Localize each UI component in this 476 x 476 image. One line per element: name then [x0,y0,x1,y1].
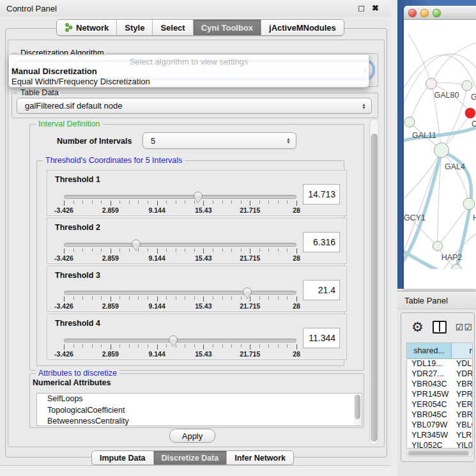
node-gal4[interactable] [434,143,449,158]
settings-scrollbar-thumb[interactable] [371,134,378,441]
node-gal11[interactable] [404,117,415,127]
cell[interactable]: YPR145W [407,390,452,400]
table-row[interactable]: YBR043CYBR0... [407,380,473,390]
cell[interactable]: YDR2... [452,369,473,380]
zoom-button-icon[interactable] [433,9,441,17]
table-data-combo[interactable]: galFiltered.sif default node ▲▼ [17,98,372,114]
node-hap2[interactable] [433,242,443,251]
threshold-1-slider[interactable] [64,195,296,199]
cell[interactable]: YBR0... [452,410,473,420]
settings-scrollbar[interactable] [369,119,379,445]
cell[interactable]: YLR345W [407,431,452,441]
tab-network[interactable]: Network [57,20,117,35]
tab-cyni-toolbox[interactable]: Cyni Toolbox [194,20,261,35]
close-panel-icon[interactable]: ✖ [372,3,379,13]
algorithm-dropdown-popup: Select algorithm to view settings Manual… [8,54,369,88]
threshold-3-slider[interactable] [64,291,296,295]
cell[interactable]: YIL052C [407,441,452,449]
close-button-icon[interactable] [408,9,417,17]
numerical-attributes-list[interactable]: SelfLoops TopologicalCoefficient Between… [36,393,362,426]
major-tick [296,249,297,254]
node-table[interactable]: shared... na YDL19...YDL1... YDR27...YDR… [406,342,473,449]
major-tick [111,201,111,206]
list-item[interactable]: TopologicalCoefficient [37,405,362,417]
tab-style[interactable]: Style [117,20,153,35]
dropdown-option-manual[interactable]: Manual Discretization [12,66,364,76]
table-horizontal-scrollbar[interactable] [406,450,473,457]
column-header-shared-name[interactable]: shared... [407,343,452,358]
list-item[interactable]: SelfLoops [37,394,362,405]
node-selected-red[interactable] [465,108,475,118]
cell[interactable]: YPR1... [452,390,473,400]
cell[interactable]: YER0... [452,400,473,410]
bottom-strip [397,462,476,476]
dropdown-option-equal-width[interactable]: Equal Width/Frequency Discretization [12,77,364,86]
tab-impute-data[interactable]: Impute Data [92,451,154,464]
node-partial[interactable] [452,265,461,270]
float-window-icon[interactable]: ◻ [358,3,365,13]
table-row[interactable]: YDL19...YDL1... [407,359,473,369]
cell[interactable]: YBR043C [407,380,452,390]
table-row[interactable]: YLR345WYLR3... [407,431,473,441]
tab-infer-network-label: Infer Network [234,454,286,463]
node-gal80[interactable] [426,79,437,89]
table-row[interactable]: YIL052CYIL0... [407,441,473,449]
apply-button[interactable]: Apply [169,429,215,443]
threshold-2-slider[interactable] [64,243,296,247]
table-row[interactable]: YPR145WYPR1... [407,390,473,400]
tick-label: 15.43 [195,254,211,262]
major-tick [250,344,250,349]
cell[interactable]: YDL1... [452,359,473,369]
list-scrollbar[interactable] [354,394,361,426]
num-intervals-combo[interactable]: 5 ▲▼ [142,132,296,149]
table-header-row: shared... na [407,343,473,359]
table-scrollbar-thumb[interactable] [408,451,469,456]
slider-thumb[interactable] [243,288,252,295]
tick-label: -3.426 [54,302,73,310]
threshold-1-label: Threshold 1 [55,175,100,184]
tick-label: 9.144 [148,302,165,310]
network-window-titlebar[interactable] [404,6,476,20]
cell[interactable]: YBL079W [407,420,452,431]
slider-thumb[interactable] [194,192,203,199]
minimize-button-icon[interactable] [420,9,429,17]
bottom-tab-bar: Impute Data Discretize Data Infer Networ… [91,450,294,465]
network-canvas[interactable]: GAL80 GA C GAL11 GAL4 GCY1 H HAP2 [404,20,476,269]
threshold-1-value[interactable]: 14.713 [303,184,340,204]
list-item[interactable]: BetweennessCentrality [37,416,362,426]
tick-label: -3.426 [54,254,73,262]
table-row[interactable]: YBR045CYBR0... [407,410,473,420]
tab-infer-network[interactable]: Infer Network [227,451,293,464]
node-ga[interactable] [462,81,472,91]
cell[interactable]: YER054C [407,400,452,410]
cell[interactable]: YBR045C [407,410,452,420]
column-header-name[interactable]: na [452,343,473,358]
major-tick [111,296,111,302]
select-columns-icon[interactable]: ☑☑ [456,322,473,332]
network-window-frame: GAL80 GA C GAL11 GAL4 GCY1 H HAP2 [404,6,476,289]
major-tick [296,296,297,302]
gear-icon[interactable]: ⚙ [411,321,424,334]
list-scrollbar-thumb[interactable] [355,395,360,419]
cell[interactable]: YLR3... [452,431,473,441]
table-row[interactable]: YER054CYER0... [407,400,473,410]
slider-thumb[interactable] [132,240,141,247]
threshold-3-value[interactable]: 21.4 [303,280,340,300]
threshold-4-value[interactable]: 11.344 [303,328,340,348]
tab-jactivemnodules[interactable]: jActiveMNodules [261,20,344,35]
cell[interactable]: YDL19... [407,359,452,369]
column-layout-icon[interactable] [433,321,447,334]
table-row[interactable]: YBL079WYBL0... [407,420,473,431]
cell[interactable]: YBR0... [452,380,473,390]
tab-discretize-data[interactable]: Discretize Data [154,451,227,464]
cell[interactable]: YDR27... [407,369,452,380]
table-row[interactable]: YDR27...YDR2... [407,369,473,380]
cell[interactable]: YBL0... [452,420,473,431]
node-h[interactable] [463,198,475,210]
threshold-2-value[interactable]: 6.316 [303,232,340,252]
threshold-4-slider[interactable] [64,339,296,342]
slider-thumb[interactable] [169,335,178,342]
tab-select[interactable]: Select [153,20,193,35]
cell[interactable]: YIL0... [452,441,473,449]
tick-label: -3.426 [54,350,73,358]
